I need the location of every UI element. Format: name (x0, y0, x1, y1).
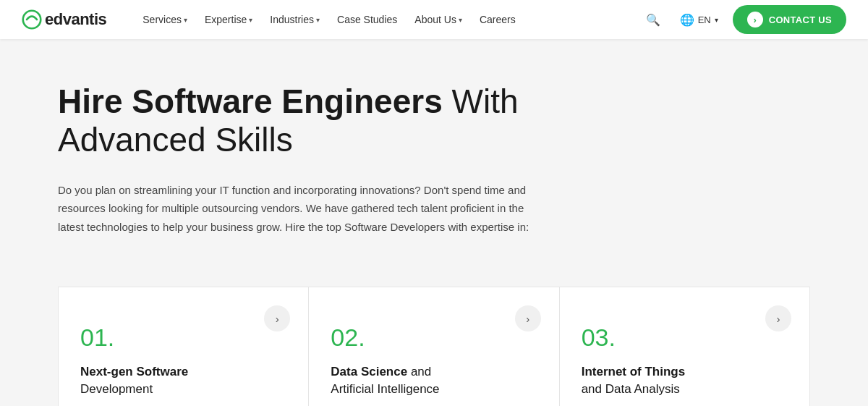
chevron-right-icon: › (776, 313, 780, 325)
contact-us-button[interactable]: › CONTACT US (733, 5, 846, 34)
card-3-arrow-button[interactable]: › (765, 305, 791, 331)
card-1: › 01. Next-gen Software Development (58, 287, 308, 406)
svg-point-0 (23, 11, 41, 29)
chevron-down-icon: ▾ (459, 16, 462, 24)
navbar: edvantis Services ▾ Expertise ▾ Industri… (0, 0, 868, 39)
logo-text: edvantis (45, 10, 106, 29)
card-1-number: 01. (80, 323, 286, 352)
card-2: › 02. Data Science andArtificial Intelli… (308, 287, 558, 406)
chevron-right-icon: › (526, 313, 529, 325)
card-1-title: Next-gen Software Development (80, 363, 286, 398)
logo-icon (22, 9, 42, 30)
search-icon: 🔍 (646, 13, 660, 27)
search-button[interactable]: 🔍 (641, 7, 665, 32)
cards-row: › 01. Next-gen Software Development › 02… (58, 287, 810, 406)
chevron-down-icon: ▾ (249, 16, 252, 24)
nav-item-careers[interactable]: Careers (472, 9, 523, 30)
logo-link[interactable]: edvantis (22, 9, 106, 30)
card-3-title: Internet of Things and Data Analysis (582, 363, 788, 398)
cards-section: › 01. Next-gen Software Development › 02… (0, 287, 868, 406)
language-selector[interactable]: 🌐 EN ▾ (674, 10, 724, 30)
nav-right: 🔍 🌐 EN ▾ › CONTACT US (641, 5, 846, 34)
globe-icon: 🌐 (680, 13, 694, 27)
nav-item-services[interactable]: Services ▾ (135, 9, 195, 30)
hero-section: Hire Software Engineers WithAdvanced Ski… (0, 39, 868, 287)
hero-description: Do you plan on streamlining your IT func… (58, 181, 535, 237)
chevron-down-icon: ▾ (316, 16, 320, 24)
card-2-title: Data Science andArtificial Intelligence (331, 363, 537, 398)
card-3: › 03. Internet of Things and Data Analys… (559, 287, 810, 406)
chevron-right-icon: › (276, 313, 279, 325)
card-2-arrow-button[interactable]: › (515, 305, 541, 331)
chevron-down-icon: ▾ (184, 16, 187, 24)
hero-title: Hire Software Engineers WithAdvanced Ski… (58, 83, 810, 159)
nav-item-expertise[interactable]: Expertise ▾ (197, 9, 260, 30)
nav-item-industries[interactable]: Industries ▾ (263, 9, 327, 30)
arrow-right-icon: › (747, 12, 763, 28)
chevron-down-icon: ▾ (715, 16, 718, 24)
nav-links: Services ▾ Expertise ▾ Industries ▾ Case… (135, 9, 640, 30)
nav-item-case-studies[interactable]: Case Studies (330, 9, 404, 30)
card-3-number: 03. (582, 323, 788, 352)
card-2-number: 02. (331, 323, 537, 352)
nav-item-about-us[interactable]: About Us ▾ (407, 9, 469, 30)
